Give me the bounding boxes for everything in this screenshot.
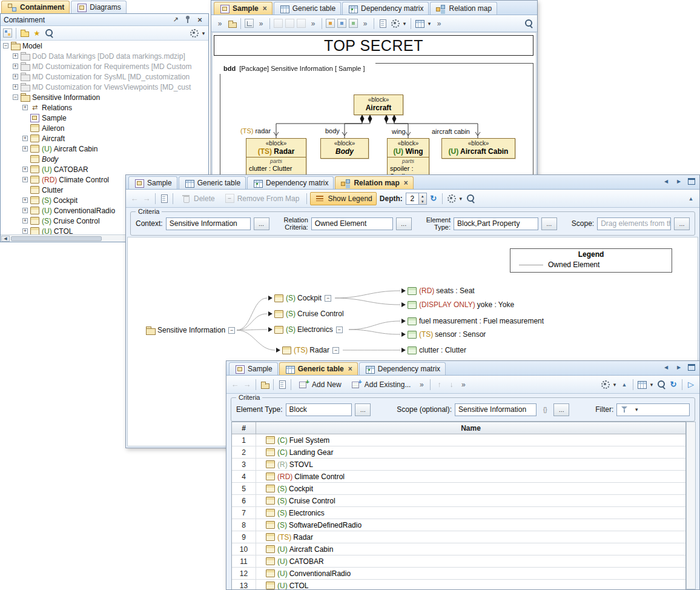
- table-row[interactable]: 4 (RD) Climate Control: [232, 471, 685, 483]
- next-tab-icon[interactable]: [673, 176, 684, 187]
- caret-down-icon[interactable]: [612, 379, 618, 389]
- grid-icon[interactable]: [414, 18, 425, 28]
- forward-icon[interactable]: [242, 379, 253, 389]
- legend-icon[interactable]: [314, 193, 325, 204]
- block-aircraft-cabin[interactable]: «block» (U) Aircraft Cabin: [441, 138, 515, 159]
- scope-field[interactable]: Drag elements from th: [597, 217, 671, 230]
- diagram-canvas[interactable]: TOP SECRET bdd[Package] Sensitive Inform…: [212, 32, 537, 181]
- tree-item[interactable]: Aircraft: [1, 133, 208, 144]
- tree-item[interactable]: (U) CATOBAR: [1, 164, 208, 174]
- block-body[interactable]: «block» Body: [320, 138, 369, 159]
- expander-icon[interactable]: [22, 177, 28, 182]
- gear-icon[interactable]: [446, 193, 457, 204]
- add-new-icon[interactable]: [299, 379, 309, 389]
- expander-icon[interactable]: [13, 74, 18, 79]
- caret-down-icon[interactable]: [649, 379, 655, 389]
- map-node[interactable]: (S) Electronics: [268, 325, 343, 334]
- document-tab[interactable]: Dependency matrix: [359, 362, 446, 375]
- caret-down-icon[interactable]: [401, 18, 408, 28]
- up-icon[interactable]: [434, 379, 444, 389]
- vertical-scrollbar[interactable]: [686, 422, 696, 589]
- map-node[interactable]: (TS) Radar: [276, 345, 339, 355]
- document-tab[interactable]: Dependency matrix: [342, 2, 429, 15]
- more-icon[interactable]: [308, 18, 319, 28]
- expander-icon[interactable]: [3, 43, 8, 48]
- table-row[interactable]: 2 (C) Landing Gear: [232, 446, 685, 459]
- open-folder-icon[interactable]: [19, 28, 30, 38]
- pin-icon[interactable]: [182, 15, 193, 25]
- package-icon[interactable]: [259, 379, 270, 389]
- favorites-star-icon[interactable]: [31, 28, 42, 38]
- tree-item[interactable]: MD Customization for Requirements [MD Cu…: [1, 61, 208, 71]
- document-tab[interactable]: Sample: [128, 176, 177, 189]
- scrollbar-thumb[interactable]: [11, 236, 102, 241]
- map-leaf-node[interactable]: fuel measurement : Fuel measurement: [401, 316, 544, 326]
- refresh-icon[interactable]: [668, 379, 679, 389]
- map-leaf-node[interactable]: (RD) seats : Seat: [401, 286, 475, 296]
- tree-item[interactable]: Sensitive Information: [1, 92, 208, 102]
- expander-icon[interactable]: [22, 105, 28, 110]
- map-leaf-node[interactable]: (DISPLAY ONLY) yoke : Yoke: [401, 300, 514, 310]
- collapse-toggle[interactable]: [336, 326, 343, 333]
- package-icon[interactable]: [226, 18, 237, 28]
- grid-icon[interactable]: [636, 379, 647, 389]
- expander-icon[interactable]: [22, 146, 28, 151]
- document-tab[interactable]: Dependency matrix: [247, 176, 334, 189]
- more-icon[interactable]: [416, 379, 427, 389]
- expander-icon[interactable]: [22, 136, 28, 141]
- scope-expression-icon[interactable]: [540, 405, 550, 415]
- context-field[interactable]: Sensitive Information: [166, 217, 251, 230]
- more-icon[interactable]: [458, 379, 469, 389]
- table-row[interactable]: 9 (TS) Radar: [232, 531, 685, 543]
- table-row[interactable]: 3 (R) STOVL: [232, 459, 685, 471]
- forward-icon[interactable]: [141, 193, 152, 204]
- add-existing-button[interactable]: Add Existing...: [347, 378, 415, 391]
- column-header-number[interactable]: #: [232, 422, 256, 434]
- map-node[interactable]: (S) Cockpit: [268, 293, 331, 303]
- map-node[interactable]: (S) Cruise Control: [268, 309, 344, 319]
- refresh-icon[interactable]: [428, 193, 439, 204]
- expander-icon[interactable]: [13, 94, 18, 100]
- down-icon[interactable]: [446, 379, 457, 389]
- maximize-icon[interactable]: [686, 362, 697, 373]
- caret-down-icon[interactable]: [200, 28, 206, 38]
- float-window-icon[interactable]: [170, 15, 181, 25]
- tree-item[interactable]: Body: [1, 154, 208, 164]
- gear-icon[interactable]: [599, 379, 610, 389]
- more-icon[interactable]: [434, 18, 444, 28]
- report-icon[interactable]: [377, 18, 388, 28]
- report-icon[interactable]: [277, 379, 288, 389]
- close-tab-icon[interactable]: [263, 5, 267, 12]
- search-icon[interactable]: [656, 379, 667, 389]
- caret-down-icon[interactable]: [426, 18, 432, 28]
- show-legend-button[interactable]: Show Legend: [310, 192, 376, 205]
- add-new-button[interactable]: Add New: [294, 378, 346, 391]
- more-icon[interactable]: [256, 18, 266, 28]
- expander-icon[interactable]: [22, 218, 28, 224]
- play-icon[interactable]: [685, 379, 696, 389]
- caret-down-icon[interactable]: [458, 193, 464, 204]
- element-type-field[interactable]: Block: [286, 403, 352, 416]
- block-aircraft[interactable]: «block» Aircraft: [354, 94, 403, 115]
- table-row[interactable]: 10 (U) Aircraft Cabin: [232, 543, 685, 555]
- close-tab-icon[interactable]: [404, 180, 408, 186]
- collapse-icon[interactable]: [685, 193, 696, 204]
- document-tab[interactable]: Generic table: [179, 176, 246, 189]
- remove-map-icon[interactable]: [225, 194, 234, 203]
- report-icon[interactable]: [159, 193, 170, 204]
- map-root-node[interactable]: Sensitive Information: [146, 325, 235, 335]
- search-icon[interactable]: [44, 28, 54, 38]
- next-tab-icon[interactable]: [673, 362, 684, 373]
- dock-tab[interactable]: Diagrams: [71, 1, 126, 13]
- expander-icon[interactable]: [13, 53, 18, 59]
- column-header-name[interactable]: Name: [256, 422, 685, 434]
- gear-icon[interactable]: [188, 28, 199, 38]
- delete-button[interactable]: Delete: [176, 192, 219, 205]
- expander-icon[interactable]: [22, 167, 28, 172]
- tree-item[interactable]: DoD Data Markings [DoD data markings.mdz…: [1, 51, 208, 61]
- expander-icon[interactable]: [13, 84, 18, 90]
- table-row[interactable]: 12 (U) ConventionalRadio: [232, 568, 685, 580]
- hierarchy-icon[interactable]: [245, 19, 254, 28]
- collapse-toggle[interactable]: [325, 295, 331, 302]
- depth-spinner[interactable]: 2▴▾: [406, 193, 427, 205]
